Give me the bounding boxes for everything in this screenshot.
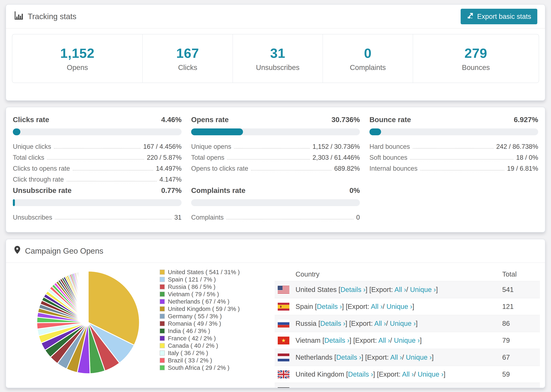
rate-title: Unsubscribe rate (13, 186, 71, 195)
rate-percent: 0% (349, 186, 360, 195)
legend-item-united-kingdom: United Kingdom ( 59 / 3% ) (160, 305, 264, 313)
legend-label: Germany ( 55 / 3% ) (168, 313, 222, 320)
export-unique-link[interactable]: Unique › (394, 336, 420, 344)
dotted-leader (413, 148, 494, 149)
details-link[interactable]: Details › (324, 336, 349, 344)
rate-percent: 6.927% (514, 116, 538, 124)
tracking-stats-header: Tracking stats Export basic stats (6, 5, 545, 28)
details-link[interactable]: Details › (317, 303, 342, 310)
tracking-stats-title-wrap: Tracking stats (14, 11, 77, 22)
rate-rows: Unique opens 1,152 / 30.736% Total opens… (191, 140, 360, 173)
rate-detail-label: Clicks to opens rate (13, 165, 70, 172)
rate-title-row: Bounce rate 6.927% (369, 115, 538, 124)
rate-detail-label: Opens to clicks rate (191, 165, 248, 172)
rate-title: Opens rate (191, 116, 229, 124)
rate-section-clicks-rate: Clicks rate 4.46% Unique clicks 167 / 4.… (13, 115, 182, 184)
table-header-row: Country Total (275, 267, 540, 281)
export-unique-link[interactable]: Unique › (390, 320, 416, 327)
rate-detail-value: 242 / 86.738% (496, 143, 538, 150)
legend-label: Canada ( 40 / 2% ) (168, 342, 218, 349)
rate-title-row: Clicks rate 4.46% (13, 115, 182, 124)
legend-label: Romania ( 49 / 3% ) (168, 320, 221, 327)
rate-progress-fill (369, 128, 381, 135)
dotted-leader (54, 148, 141, 149)
export-unique-link[interactable]: Unique › (418, 371, 444, 378)
total-cell: 79 (502, 336, 535, 344)
country-cell: United Kingdom [Details ›] [Export: All … (296, 371, 502, 378)
rate-title-row: Unsubscribe rate 0.77% (13, 186, 182, 195)
export-all-link[interactable]: All › (390, 354, 402, 361)
export-all-link[interactable]: All › (378, 336, 390, 344)
export-unique-link[interactable]: Unique › (410, 286, 436, 293)
export-basic-stats-button[interactable]: Export basic stats (461, 9, 537, 24)
divider (6, 28, 545, 28)
legend-swatch (160, 284, 165, 289)
rate-detail-value: 18 / 0% (516, 154, 538, 161)
rate-detail-value: 167 / 4.456% (143, 143, 182, 150)
stat-value: 1,152 (60, 45, 94, 61)
legend-item-italy: Italy ( 36 / 2% ) (160, 349, 264, 357)
total-cell: 55 (502, 387, 535, 388)
flag-de-icon (278, 387, 289, 388)
export-all-link[interactable]: All › (395, 286, 406, 293)
legend-item-canada: Canada ( 40 / 2% ) (160, 342, 264, 349)
export-all-link[interactable]: All › (402, 371, 414, 378)
country-cell: United States [Details ›] [Export: All ›… (296, 286, 502, 294)
rate-detail-value: 19 / 6.81% (507, 165, 538, 172)
legend-item-india: India ( 46 / 3% ) (160, 327, 264, 335)
legend-item-spain: Spain ( 121 / 7% ) (160, 276, 264, 283)
legend-item-netherlands: Netherlands ( 67 / 4% ) (160, 298, 264, 305)
rate-rows: Unique clicks 167 / 4.456% Total clicks … (13, 140, 182, 184)
export-all-link[interactable]: All › (374, 320, 386, 327)
export-unique-link[interactable]: Unique › (397, 387, 423, 388)
legend-swatch (160, 277, 165, 282)
details-link[interactable]: Details › (340, 286, 366, 293)
total-cell: 541 (502, 286, 535, 294)
export-unique-link[interactable]: Unique › (406, 354, 432, 361)
legend-swatch (160, 306, 165, 311)
dotted-leader (67, 181, 157, 182)
legend-label: United Kingdom ( 59 / 3% ) (168, 305, 240, 312)
legend-label: South Africa ( 29 / 2% ) (168, 364, 229, 371)
export-all-link[interactable]: All › (371, 303, 383, 310)
pie-legend: United States ( 541 / 31% ) Spain ( 121 … (160, 268, 264, 388)
legend-swatch (160, 321, 165, 326)
rate-rows: Hard bounces 242 / 86.738% Soft bounces … (369, 140, 538, 173)
dotted-leader (251, 170, 332, 170)
dotted-leader (226, 219, 353, 219)
details-link[interactable]: Details › (327, 387, 353, 388)
rate-detail-label: Unique clicks (13, 143, 51, 150)
rate-detail-row: Unique clicks 167 / 4.456% (13, 140, 182, 151)
export-all-link[interactable]: All › (381, 387, 393, 388)
rate-detail-row: Unique opens 1,152 / 30.736% (191, 140, 360, 151)
table-row-netherlands: Netherlands [Details ›] [Export: All ›/ … (275, 349, 540, 366)
legend-item-brazil: Brazil ( 33 / 2% ) (160, 357, 264, 364)
rate-detail-label: Unique opens (191, 143, 231, 150)
flag-ru-icon (278, 320, 289, 328)
pie-slice[interactable] (88, 271, 88, 322)
flag-vn-icon (278, 336, 289, 344)
legend-item-france: France ( 42 / 2% ) (160, 335, 264, 342)
details-link[interactable]: Details › (348, 371, 373, 378)
rate-percent: 0.77% (161, 186, 182, 195)
legend-swatch (160, 358, 165, 363)
table-row-russia: Russia [Details ›] [Export: All ›/ Uniqu… (275, 315, 540, 332)
rate-detail-label: Internal bounces (369, 165, 417, 172)
dotted-leader (420, 170, 504, 170)
rate-detail-value: 0 (356, 214, 360, 221)
stat-label: Opens (67, 63, 88, 72)
rate-progress-track (191, 128, 360, 135)
rate-detail-label: Click through rate (13, 176, 64, 183)
rate-detail-row: Hard bounces 242 / 86.738% (369, 140, 538, 151)
total-cell: 121 (502, 303, 535, 310)
details-link[interactable]: Details › (336, 354, 361, 361)
rate-detail-row: Complaints 0 (191, 211, 360, 222)
rate-progress-track (13, 199, 182, 206)
export-unique-link[interactable]: Unique › (386, 303, 412, 310)
dotted-leader (227, 159, 310, 160)
dashboard-page: Tracking stats Export basic stats 1,152 … (0, 0, 551, 392)
legend-label: India ( 46 / 3% ) (168, 328, 210, 334)
rate-rows: Unsubscribes 31 (13, 211, 182, 222)
details-link[interactable]: Details › (320, 320, 346, 327)
total-cell: 67 (502, 354, 535, 361)
